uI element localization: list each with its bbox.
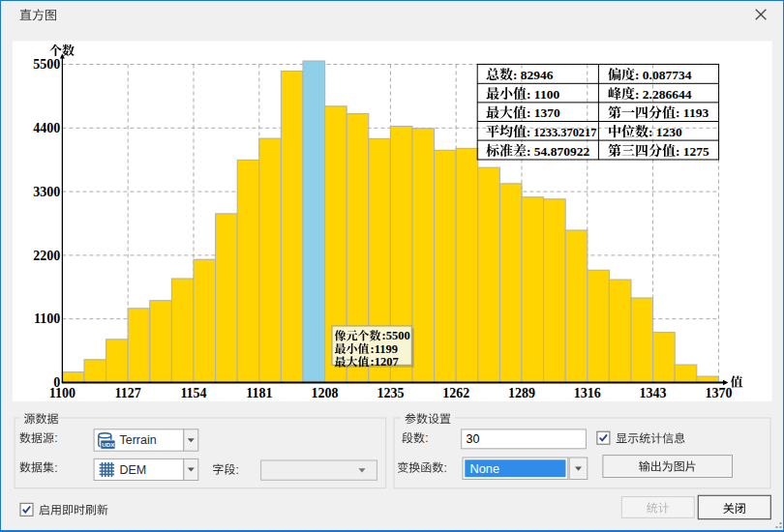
svg-text::: : [236,463,239,477]
svg-text::: : [54,461,57,475]
svg-text:: 1233.370217: : 1233.370217 [527,125,597,139]
svg-text:: 1100: : 1100 [527,87,559,102]
svg-text:1127: 1127 [115,386,141,400]
svg-text::: : [444,461,447,475]
svg-text::5500: :5500 [382,329,410,342]
svg-text:1289: 1289 [508,386,535,400]
svg-text:UDX: UDX [102,441,115,448]
svg-text:: 1275: : 1275 [676,144,709,159]
svg-text:Terrain: Terrain [120,433,157,447]
svg-text:1262: 1262 [442,386,469,400]
svg-text:3300: 3300 [33,185,60,199]
svg-text:4400: 4400 [33,121,60,135]
svg-text::1207: :1207 [371,355,399,369]
svg-text:: 1193: : 1193 [676,105,709,120]
svg-text:1316: 1316 [574,386,601,400]
svg-text:30: 30 [467,432,480,446]
svg-text:: 82946: : 82946 [513,68,554,82]
svg-text:5500: 5500 [33,57,60,72]
svg-text:: 0.087734: : 0.087734 [635,68,692,82]
svg-text:: 2.286644: : 2.286644 [635,87,692,102]
svg-text::1199: :1199 [371,342,398,356]
svg-text:: 54.870922: : 54.870922 [527,144,589,159]
svg-text:1100: 1100 [49,386,75,400]
svg-text:1343: 1343 [640,386,667,400]
svg-text::: : [54,431,57,445]
svg-text:1181: 1181 [246,386,272,400]
svg-text::: : [425,431,428,445]
svg-text:None: None [470,461,500,476]
svg-text:: 1230: : 1230 [648,125,682,139]
svg-text:1154: 1154 [180,386,206,400]
svg-text:2200: 2200 [33,249,60,263]
svg-text:DEM: DEM [120,463,147,477]
svg-text:: 1370: : 1370 [527,105,560,120]
svg-text:1100: 1100 [34,311,60,326]
svg-text:1235: 1235 [377,386,404,400]
svg-text:1370: 1370 [705,386,732,400]
svg-text:1208: 1208 [312,386,339,400]
